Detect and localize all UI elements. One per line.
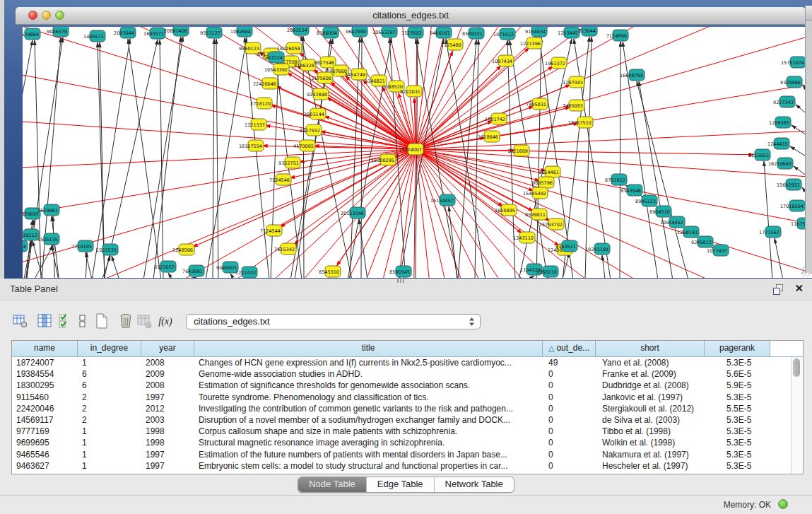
table-cell[interactable]: Dudbridge et al. (2008) [596,380,705,391]
column-header-out_de[interactable]: △ out_de... [543,341,596,356]
table-cell[interactable]: 0 [543,437,596,448]
table-cell[interactable]: 5.5E-5 [705,403,770,414]
table-cell[interactable]: 2012 [141,403,194,414]
delete-button[interactable] [116,312,136,332]
split-pane-grip[interactable] [397,279,406,283]
table-cell[interactable]: Stergiakouli et al. (2012) [596,403,705,414]
table-cell[interactable]: 1 [78,449,141,460]
table-cell[interactable]: 0 [543,426,596,437]
table-cell[interactable]: Hescheler et al. (1997) [596,460,705,472]
row-height-button[interactable] [73,312,93,332]
network-window-titlebar[interactable]: citations_edges.txt [16,7,806,25]
table-cell[interactable]: Corpus callosum shape and size in male p… [194,426,543,437]
table-cell[interactable]: 5.6E-5 [705,368,770,380]
table-cell[interactable]: 0 [543,460,596,472]
column-header-pagerank[interactable]: pagerank [705,341,770,356]
table-cell[interactable]: 9115460 [12,392,78,403]
table-row[interactable]: 1456911722003Disruption of a novel membe… [12,414,803,426]
table-cell[interactable]: 18300295 [12,380,78,391]
table-cell[interactable]: 2 [78,414,141,426]
table-row[interactable]: 2242004622012Investigating the contribut… [12,403,803,414]
table-cell[interactable]: Structural magnetic resonance image aver… [194,437,543,448]
table-row[interactable]: 1830029562008Estimation of significance … [12,380,803,391]
table-cell[interactable]: Yano et al. (2008) [596,357,705,368]
vertical-scrollbar[interactable] [791,357,802,474]
tab-edge-table[interactable]: Edge Table [367,477,435,492]
table-cell[interactable]: Franke et al. (2009) [596,368,705,380]
table-cell[interactable]: 2 [78,392,141,403]
table-cell[interactable]: 9777169 [12,426,78,437]
network-canvas[interactable]: 1872400798601238912954182260589827509818… [23,27,812,278]
table-cell[interactable]: 1997 [141,449,194,460]
table-cell[interactable]: 5.9E-5 [705,380,770,391]
table-row[interactable]: 946554611997Estimation of the future num… [12,449,803,460]
table-cell[interactable]: 1 [78,426,141,437]
table-cell[interactable]: Genome-wide association studies in ADHD. [194,368,543,380]
table-cell[interactable]: 2009 [141,368,194,380]
tab-node-table[interactable]: Node Table [298,477,367,492]
table-cell[interactable]: 6 [78,380,141,391]
table-cell[interactable]: 5.3E-5 [705,392,770,403]
table-cell[interactable]: Changes of HCN gene expression and I(f) … [194,357,543,368]
table-cell[interactable]: de Silva et al. (2003) [596,414,705,426]
table-row[interactable]: 946362711997Embryonic stem cells: a mode… [12,460,803,472]
table-cell[interactable]: 1998 [141,437,194,448]
table-cell[interactable]: Tibbo et al. (1998) [596,426,705,437]
table-cell[interactable]: Embryonic stem cells: a model to study s… [194,460,543,472]
table-cell[interactable]: 2003 [141,414,194,426]
close-panel-icon[interactable]: ✕ [794,282,804,295]
table-cell[interactable]: 2008 [141,357,194,368]
column-header-year[interactable]: year [141,341,194,356]
table-cell[interactable]: 0 [543,403,596,414]
table-cell[interactable]: 22420046 [12,403,78,414]
table-cell[interactable]: 1997 [141,460,194,472]
table-cell[interactable]: 9465546 [12,449,78,460]
memory-status-indicator[interactable] [778,499,788,509]
table-cell[interactable]: 1 [78,460,141,472]
table-cell[interactable]: 5.3E-5 [705,460,770,472]
table-cell[interactable]: 5.3E-5 [705,437,770,448]
table-cell[interactable]: Jankovic et al. (1997) [596,392,705,403]
table-row[interactable]: 1872400712008Changes of HCN gene express… [12,357,803,368]
table-cell[interactable]: 0 [543,449,596,460]
column-header-in_degree[interactable]: in_degree [78,341,141,356]
table-cell[interactable]: Nakamura et al. (1997) [596,449,705,460]
table-cell[interactable]: 9463627 [12,460,78,472]
table-cell[interactable]: 1 [78,357,141,368]
table-cell[interactable]: 1997 [141,392,194,403]
table-cell[interactable]: 49 [543,357,596,368]
table-selector-combobox[interactable]: citations_edges.txt [186,314,481,329]
column-header-short[interactable]: short [596,341,705,356]
table-cell[interactable]: 1 [78,437,141,448]
table-cell[interactable]: 5.3E-5 [705,426,770,437]
table-cell[interactable]: Estimation of the future numbers of pati… [194,449,543,460]
table-cell[interactable]: 2 [78,403,141,414]
table-cell[interactable]: 0 [543,368,596,380]
table-cell[interactable]: 18724007 [12,357,78,368]
column-header-name[interactable]: name [12,341,78,356]
table-cell[interactable]: Investigating the contribution of common… [194,403,543,414]
table-cell[interactable]: 5.3E-5 [705,414,770,426]
table-cell[interactable]: 14569117 [12,414,78,426]
table-cell[interactable]: 9699695 [12,437,78,448]
column-header-title[interactable]: title [194,341,543,356]
table-settings-button[interactable] [11,312,30,332]
table-row[interactable]: 1938455462009Genome-wide association stu… [12,368,803,380]
column-chooser-button[interactable] [35,312,54,332]
table-cell[interactable]: 2008 [141,380,194,391]
table-cell[interactable]: 5.3E-5 [705,449,770,460]
table-row[interactable]: 911546021997Tourette syndrome. Phenomeno… [12,392,803,403]
table-cell[interactable]: 0 [543,380,596,391]
function-builder-button[interactable]: f(x) [155,312,175,332]
table-cell[interactable]: Wolkin et al. (1998) [596,437,705,448]
table-cell[interactable]: 1998 [141,426,194,437]
new-table-button[interactable] [92,312,112,332]
table-cell[interactable]: Estimation of significance thresholds fo… [194,380,543,391]
scrollbar-thumb[interactable] [793,358,800,377]
table-cell[interactable]: Disruption of a novel member of a sodium… [194,414,543,426]
network-view[interactable]: 1872400798601238912954182260589827509818… [23,27,812,278]
table-cell[interactable]: 6 [78,368,141,380]
delete-table-button[interactable] [134,312,154,332]
table-row[interactable]: 969969511998Structural magnetic resonanc… [12,437,803,448]
table-row[interactable]: 977716911998Corpus callosum shape and si… [12,426,803,437]
